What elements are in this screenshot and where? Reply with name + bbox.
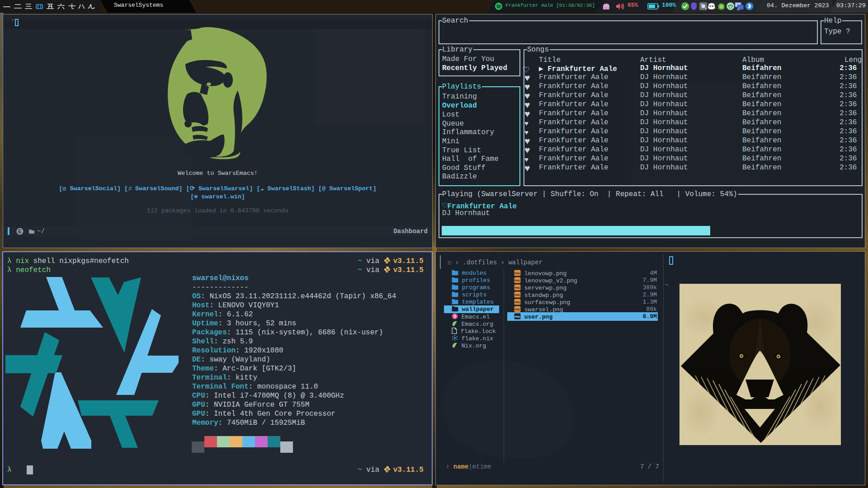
- svg-text:PNG: PNG: [514, 272, 520, 275]
- svg-text:PNG: PNG: [514, 308, 520, 311]
- svg-text:PNG: PNG: [514, 315, 520, 318]
- svg-text:PNG: PNG: [514, 286, 520, 289]
- svg-text:PNG: PNG: [514, 279, 520, 282]
- svg-text:PNG: PNG: [514, 294, 520, 296]
- svg-text:PNG: PNG: [514, 301, 520, 304]
- svg-text:E: E: [18, 229, 21, 234]
